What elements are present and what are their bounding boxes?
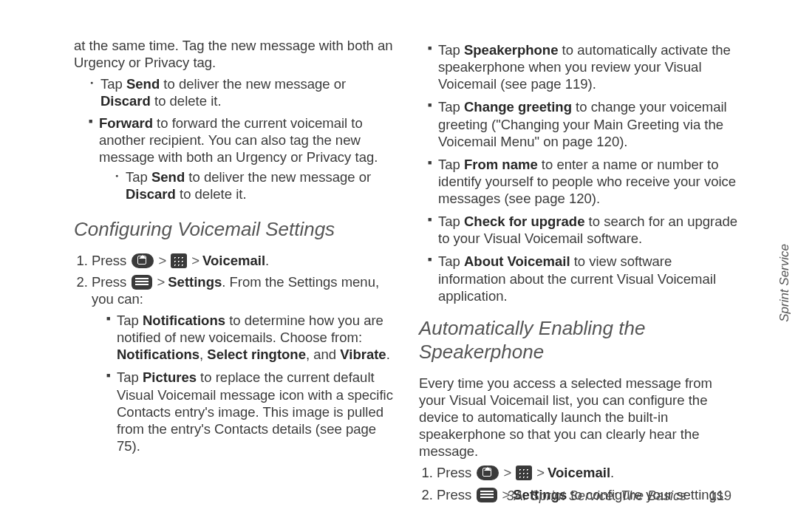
- opt-speakerphone: Tap Speakerphone to automatically activa…: [428, 41, 739, 92]
- bold: Voicemail: [202, 253, 265, 268]
- footer-section: 3A. Sprint Service: The Basics: [507, 488, 686, 503]
- bold: Check for upgrade: [464, 214, 584, 229]
- apps-grid-icon: [516, 466, 532, 480]
- text: ,: [200, 347, 207, 362]
- text: Tap: [126, 169, 151, 185]
- text: Press: [92, 274, 130, 290]
- home-icon: [477, 466, 499, 480]
- chevron-icon: >: [503, 464, 511, 481]
- step-2: Press >Settings. From the Settings menu,…: [92, 273, 394, 454]
- menu-icon: [477, 488, 497, 502]
- send-bullet-2: Tap Send to deliver the new message or D…: [115, 168, 394, 202]
- opt-change-greeting: Tap Change greeting to change your voice…: [428, 98, 739, 149]
- send-bullet: Tap Send to deliver the new message or D…: [90, 75, 394, 109]
- chevron-icon: >: [158, 252, 166, 269]
- bold: Select ringtone: [207, 347, 306, 362]
- text: .: [610, 465, 614, 480]
- bold: Discard: [126, 186, 176, 202]
- bold: Pictures: [143, 369, 197, 385]
- speakerphone-intro: Every time you access a selected message…: [419, 375, 739, 460]
- home-icon: [132, 253, 154, 268]
- steps-left: Press >>Voicemail. Press >Settings. From…: [74, 252, 394, 454]
- text: Tap: [438, 157, 464, 172]
- text: to delete it.: [176, 186, 247, 202]
- opt-check-upgrade: Tap Check for upgrade to search for an u…: [428, 213, 739, 247]
- text: Tap: [117, 369, 143, 385]
- text: Tap: [438, 42, 464, 58]
- intro-text: at the same time. Tag the new message wi…: [74, 37, 394, 71]
- bold: Notifications: [117, 347, 200, 362]
- text: to delete it.: [151, 93, 222, 109]
- bold: Voicemail: [548, 465, 610, 480]
- text: Tap: [117, 313, 143, 328]
- text: Press: [437, 465, 475, 480]
- menu-icon: [132, 275, 152, 290]
- manual-page: at the same time. Tag the new message wi…: [0, 0, 798, 532]
- bold: Change greeting: [464, 99, 572, 115]
- bold: Send: [151, 169, 185, 185]
- text: Tap: [438, 99, 464, 115]
- bold: Forward: [99, 115, 153, 131]
- side-tab-label: Sprint Service: [777, 244, 792, 322]
- opt-pictures: Tap Pictures to replace the current defa…: [106, 369, 394, 454]
- bold: Notifications: [143, 313, 225, 328]
- text: to deliver the new message or: [185, 169, 371, 185]
- bold: From name: [464, 157, 538, 172]
- bold: Discard: [100, 93, 151, 109]
- text: .: [386, 347, 390, 362]
- bold: Settings: [168, 274, 222, 290]
- opt-from-name: Tap From name to enter a name or number …: [428, 156, 739, 207]
- heading-speakerphone: Automatically Enabling the Speakerphone: [419, 316, 739, 364]
- step2-options: Tap Notifications to determine how you a…: [92, 312, 394, 454]
- forward-group: Forward to forward the current voicemail…: [74, 115, 394, 203]
- two-columns: at the same time. Tag the new message wi…: [74, 37, 739, 508]
- bold: Vibrate: [340, 347, 386, 362]
- forward-item: Forward to forward the current voicemail…: [89, 115, 394, 203]
- text: Tap: [438, 253, 464, 269]
- text: to deliver the new message or: [160, 76, 346, 92]
- column-left: at the same time. Tag the new message wi…: [74, 37, 394, 508]
- apps-grid-icon: [171, 253, 187, 268]
- step-1: Press >>Voicemail.: [92, 252, 394, 269]
- text: Press: [92, 253, 130, 268]
- heading-configuring: Configuring Voicemail Settings: [74, 217, 394, 242]
- send-bullet-group: Tap Send to deliver the new message or D…: [74, 75, 394, 109]
- right-bullets: Tap Speakerphone to automatically activa…: [419, 41, 739, 304]
- text: Tap: [438, 214, 464, 229]
- bold: About Voicemail: [464, 253, 570, 269]
- opt-notifications: Tap Notifications to determine how you a…: [106, 312, 394, 363]
- column-right: Tap Speakerphone to automatically activa…: [419, 37, 739, 508]
- page-footer: 3A. Sprint Service: The Basics 119: [507, 488, 732, 504]
- chevron-icon: >: [191, 252, 200, 269]
- text: Press: [437, 487, 475, 502]
- step-1: Press >>Voicemail.: [437, 464, 739, 481]
- bold: Send: [126, 76, 160, 92]
- text: , and: [306, 347, 340, 362]
- text: .: [265, 253, 269, 268]
- chevron-icon: >: [157, 273, 165, 290]
- text: Tap: [100, 76, 126, 92]
- forward-sub: Tap Send to deliver the new message or D…: [99, 168, 394, 202]
- bold: Speakerphone: [464, 42, 559, 58]
- chevron-icon: >: [536, 464, 545, 481]
- opt-about-voicemail: Tap About Voicemail to view software inf…: [428, 253, 739, 304]
- page-number: 119: [709, 488, 732, 503]
